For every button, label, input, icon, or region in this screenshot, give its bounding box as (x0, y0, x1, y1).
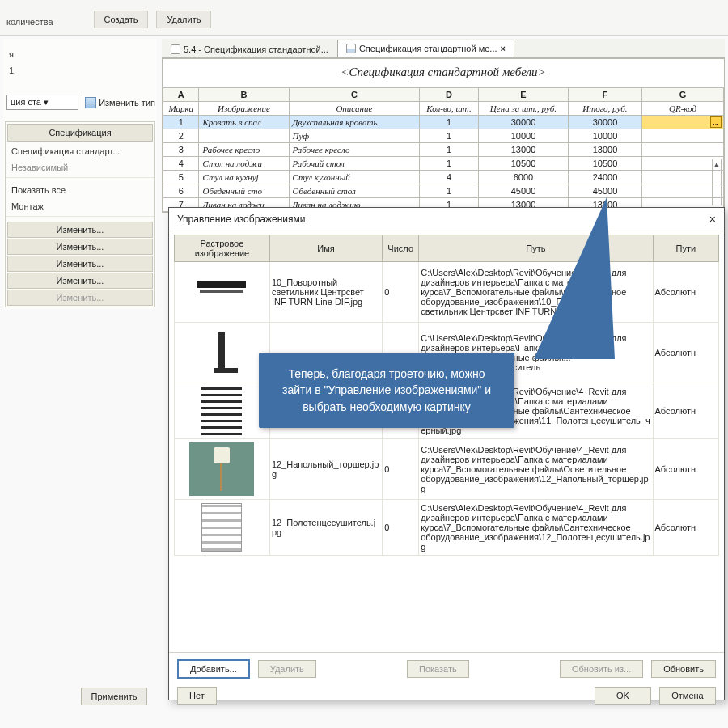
col-letter[interactable]: B (199, 88, 289, 102)
cancel-button[interactable]: Отмена (659, 687, 716, 705)
apply-button[interactable]: Применить (81, 688, 147, 705)
table-row[interactable]: 5Стул на кухнујСтул кухонный4600024000 (163, 171, 724, 184)
table-cell[interactable]: 1 (420, 157, 479, 171)
image-name: 12_Полотенцесушитель.jpg (269, 500, 382, 556)
image-row[interactable]: 12_Полотенцесушитель.jpg0C:\Users\Alex\D… (175, 500, 719, 556)
table-row[interactable]: 3Рабочее креслоРабочее кресло11300013000 (163, 143, 724, 157)
table-cell[interactable]: 6 (163, 184, 199, 198)
edit-btn-4[interactable]: Изменить... (7, 273, 153, 289)
table-cell[interactable]: 4 (420, 171, 479, 184)
thumb-cell (175, 323, 270, 383)
table-cell[interactable]: 3 (163, 143, 199, 157)
table-cell[interactable]: 1 (420, 184, 479, 198)
table-cell[interactable]: Двухспальная кровать (289, 116, 420, 129)
table-cell[interactable]: 45000 (569, 184, 642, 198)
ellipsis-button[interactable]: ... (710, 116, 722, 128)
no-button[interactable]: Нет (177, 687, 217, 705)
img-col-header[interactable]: Растровое изображение (175, 235, 270, 262)
montage[interactable]: Монтаж (6, 198, 154, 214)
scroll-up-icon[interactable]: ▲ (713, 159, 721, 169)
col-header[interactable]: Изображение (199, 102, 289, 116)
table-cell[interactable]: Рабочее кресло (199, 143, 289, 157)
table-cell[interactable]: Рабочее кресло (289, 143, 420, 157)
table-cell[interactable]: Рабочий стол (289, 157, 420, 171)
image-row[interactable]: 12_Напольный_торшер.jpg0C:\Users\Alex\De… (175, 439, 719, 500)
table-cell[interactable]: 1 (420, 143, 479, 157)
edit-btn-3[interactable]: Изменить... (7, 256, 153, 272)
spec-name[interactable]: Спецификация стандарт... (6, 143, 154, 159)
table-cell[interactable]: 5 (163, 171, 199, 184)
img-col-header[interactable]: Имя (269, 235, 382, 262)
top-toolbar: количества Создать Удалить (0, 0, 728, 36)
table-cell[interactable]: 1 (420, 129, 479, 143)
tab-plan[interactable]: 5.4 - Спецификация стандартной... (162, 40, 337, 57)
table-cell[interactable]: Стул на кухнуј (199, 171, 289, 184)
schedule-table[interactable]: A B C D E F G Марка Изображение Описание… (163, 87, 724, 212)
table-cell[interactable]: 2 (163, 129, 199, 143)
table-cell[interactable]: 13000 (478, 143, 568, 157)
table-cell[interactable]: 24000 (569, 171, 642, 184)
img-col-header[interactable]: Число (383, 235, 419, 262)
image-path: C:\Users\Alex\Desktop\Revit\Обучение\4_R… (419, 500, 653, 556)
table-cell[interactable]: ... (641, 116, 723, 129)
image-manager-dialog: Управление изображениями × Растровое изо… (168, 207, 725, 700)
thumb-cell (175, 439, 270, 500)
table-cell[interactable]: 1 (420, 116, 479, 129)
table-cell[interactable]: 10500 (569, 157, 642, 171)
edit-btn-1[interactable]: Изменить... (7, 222, 153, 238)
col-header[interactable]: Описание (289, 102, 420, 116)
table-cell[interactable]: 6000 (478, 171, 568, 184)
table-cell[interactable] (641, 129, 723, 143)
table-cell[interactable]: 30000 (569, 116, 642, 129)
col-letter[interactable]: F (569, 88, 642, 102)
image-row[interactable]: 10_Поворотный светильник Центрсвет INF T… (175, 262, 719, 323)
create-button[interactable]: Создать (94, 11, 149, 28)
image-count: 0 (383, 500, 419, 556)
table-row[interactable]: 2Пуф11000010000 (163, 129, 724, 143)
table-cell[interactable] (199, 129, 289, 143)
tab-schedule[interactable]: Спецификация стандартной ме... × (337, 40, 514, 57)
table-cell[interactable]: 10000 (569, 129, 642, 143)
col-letter[interactable]: G (641, 88, 723, 102)
img-col-header[interactable]: Пути (653, 235, 718, 262)
delete-button[interactable]: Удалить (156, 11, 211, 28)
table-cell[interactable]: Стол на лоджи (199, 157, 289, 171)
schedule-scrollbar[interactable]: ▲ (712, 159, 722, 205)
col-header[interactable]: Кол-во, шт. (420, 102, 479, 116)
table-row[interactable]: 6Обеденный стоОбеденный стол14500045000 (163, 184, 724, 198)
col-header[interactable]: Итого, руб. (569, 102, 642, 116)
table-cell[interactable]: 13000 (569, 143, 642, 157)
col-letter[interactable]: A (163, 88, 199, 102)
col-letter[interactable]: E (478, 88, 568, 102)
table-cell[interactable]: 45000 (478, 184, 568, 198)
table-cell[interactable]: Стул кухонный (289, 171, 420, 184)
image-count: 0 (383, 439, 419, 500)
table-cell[interactable]: Пуф (289, 129, 420, 143)
table-cell[interactable]: 1 (163, 116, 199, 129)
table-cell[interactable]: 4 (163, 157, 199, 171)
col-header[interactable]: QR-код (641, 102, 723, 116)
type-dropdown[interactable]: ция ста ▾ (6, 95, 78, 110)
table-cell[interactable]: Обеденный стол (289, 184, 420, 198)
col-header[interactable]: Марка (163, 102, 199, 116)
table-cell[interactable]: 10000 (478, 129, 568, 143)
table-cell[interactable]: 30000 (478, 116, 568, 129)
table-cell[interactable]: 10500 (478, 157, 568, 171)
col-letter[interactable]: C (289, 88, 420, 102)
table-cell[interactable]: Кровать в спал (199, 116, 289, 129)
ok-button[interactable]: OK (595, 687, 651, 705)
table-row[interactable]: 1Кровать в спалДвухспальная кровать13000… (163, 116, 724, 129)
refresh-button[interactable]: Обновить (651, 660, 716, 678)
table-row[interactable]: 4Стол на лоджиРабочий стол11050010500 (163, 157, 724, 171)
col-header[interactable]: Цена за шт., руб. (478, 102, 568, 116)
dialog-close-icon[interactable]: × (709, 213, 716, 226)
add-button[interactable]: Добавить... (177, 659, 250, 679)
tab-close-icon[interactable]: × (501, 44, 506, 53)
col-letter[interactable]: D (420, 88, 479, 102)
show-all[interactable]: Показать все (6, 182, 154, 198)
schedule-title: <Спецификация стандартной мебели> (163, 59, 724, 87)
edit-type-button[interactable]: Изменить тип (85, 97, 155, 108)
edit-btn-2[interactable]: Изменить... (7, 239, 153, 255)
table-cell[interactable]: Обеденный сто (199, 184, 289, 198)
table-cell[interactable] (641, 143, 723, 157)
